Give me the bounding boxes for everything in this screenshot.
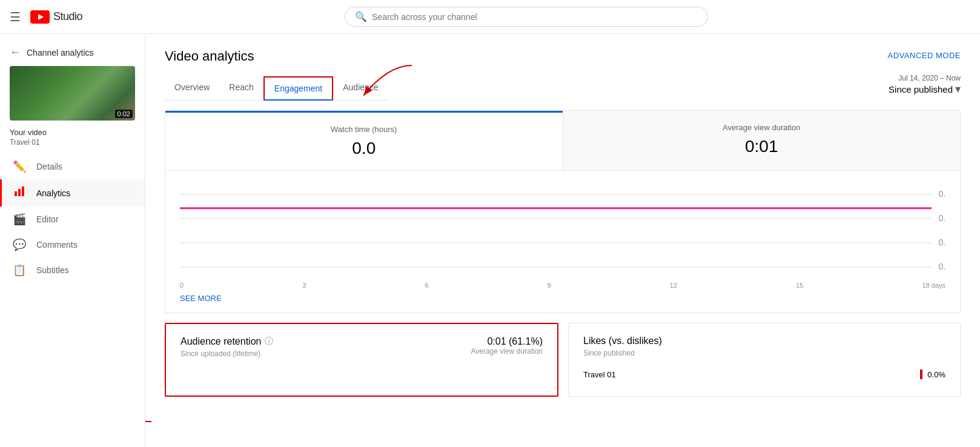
- audience-retention-header: Audience retention ⓘ Since uploaded (lif…: [180, 336, 543, 365]
- your-video-label: Your video: [0, 128, 145, 138]
- watch-time-label: Watch time (hours): [180, 125, 548, 134]
- channel-analytics-header: ← Channel analytics: [0, 39, 145, 66]
- chart-x-labels: 0 3 6 9 12 15 18 days: [180, 279, 945, 289]
- svg-rect-4: [22, 187, 24, 196]
- dropdown-arrow-icon: ▾: [955, 82, 961, 96]
- sidebar-item-details-label: Details: [36, 162, 62, 171]
- search-input[interactable]: [372, 12, 698, 22]
- audience-retention-value-block: 0:01 (61.1%) Average view duration: [471, 336, 543, 356]
- tab-engagement[interactable]: Engagement: [263, 76, 333, 101]
- date-range-select[interactable]: Since published ▾: [889, 82, 961, 96]
- bottom-cards: Audience retention ⓘ Since uploaded (lif…: [165, 323, 961, 397]
- watch-time-value: 0.0: [180, 139, 548, 158]
- likes-video-name: Travel 01: [583, 370, 616, 379]
- search-icon: 🔍: [355, 11, 367, 22]
- likes-vs-dislikes-card: Likes (vs. dislikes) Since published Tra…: [568, 323, 961, 397]
- sidebar-item-analytics-label: Analytics: [36, 188, 70, 198]
- comments-icon: 💬: [12, 238, 27, 251]
- main-layout: ← Channel analytics 0:02 Your video Trav…: [0, 34, 980, 447]
- video-title-label: Travel 01: [0, 138, 145, 154]
- audience-retention-subtitle: Since uploaded (lifetime): [180, 349, 273, 358]
- chart-container: 0.0 0.0 0.0 0.0 0 3 6 9 12 15 18 days SE…: [165, 171, 961, 313]
- avg-view-duration-label: Average view duration: [578, 123, 946, 132]
- youtube-icon: [30, 10, 50, 24]
- x-label-12: 12: [670, 282, 677, 289]
- sidebar-item-comments-label: Comments: [36, 240, 78, 250]
- analytics-icon: [12, 185, 27, 200]
- likes-pct: 0.0%: [927, 370, 945, 379]
- metric-watch-time[interactable]: Watch time (hours) 0.0: [165, 111, 563, 170]
- analytics-tabs: Overview Reach Engagement Audience: [165, 76, 388, 101]
- date-range-selection-label: Since published: [889, 84, 953, 94]
- search-bar[interactable]: 🔍: [345, 7, 708, 27]
- sidebar-item-comments[interactable]: 💬 Comments: [0, 232, 145, 257]
- sidebar-item-editor-label: Editor: [36, 214, 59, 224]
- likes-vs-dislikes-title: Likes (vs. dislikes): [583, 336, 945, 346]
- engagement-chart: 0.0 0.0 0.0 0.0: [180, 180, 945, 277]
- metrics-cards: Watch time (hours) 0.0 Average view dura…: [165, 110, 961, 171]
- video-thumbnail[interactable]: 0:02: [10, 66, 135, 121]
- advanced-mode-button[interactable]: ADVANCED MODE: [888, 51, 961, 60]
- likes-vs-dislikes-subtitle: Since published: [583, 349, 945, 357]
- top-header: ☰ Studio 🔍: [0, 0, 980, 34]
- sidebar-item-details[interactable]: ✏️ Details: [0, 154, 145, 179]
- sidebar-item-analytics[interactable]: Analytics: [0, 179, 145, 207]
- svg-text:0.0: 0.0: [939, 262, 945, 271]
- editor-icon: 🎬: [12, 213, 27, 226]
- logo[interactable]: Studio: [30, 10, 82, 24]
- main-content: Video analytics ADVANCED MODE Overview R…: [145, 34, 980, 447]
- x-label-9: 9: [548, 282, 551, 289]
- arrow-retention: [145, 385, 157, 434]
- audience-retention-card: Audience retention ⓘ Since uploaded (lif…: [165, 323, 558, 397]
- likes-bar-container: 0.0%: [920, 369, 945, 379]
- page-title: Video analytics: [165, 48, 254, 64]
- x-label-0: 0: [180, 282, 184, 289]
- avg-view-duration-value: 0:01: [578, 137, 946, 156]
- hamburger-menu[interactable]: ☰: [10, 10, 21, 24]
- arrow-analytics: [145, 240, 157, 313]
- subtitles-icon: 📋: [12, 263, 27, 277]
- audience-retention-title: Audience retention ⓘ: [180, 336, 273, 347]
- studio-label: Studio: [53, 10, 82, 23]
- sidebar-item-subtitles[interactable]: 📋 Subtitles: [0, 257, 145, 283]
- svg-rect-3: [18, 189, 21, 196]
- audience-retention-info-icon[interactable]: ⓘ: [265, 336, 273, 347]
- svg-text:0.0: 0.0: [939, 214, 945, 223]
- sidebar-item-editor[interactable]: 🎬 Editor: [0, 207, 145, 232]
- likes-row: Travel 01 0.0%: [583, 365, 945, 384]
- likes-bar: [920, 369, 922, 379]
- svg-text:0.0: 0.0: [939, 190, 945, 199]
- tab-reach[interactable]: Reach: [219, 76, 263, 101]
- see-more-button[interactable]: SEE MORE: [180, 289, 222, 308]
- metric-avg-view-duration[interactable]: Average view duration 0:01: [563, 111, 961, 170]
- audience-retention-main-value: 0:01 (61.1%): [471, 336, 543, 347]
- date-range-container: Jul 14, 2020 – Now Since published ▾: [889, 74, 961, 101]
- sidebar: ← Channel analytics 0:02 Your video Trav…: [0, 34, 145, 447]
- x-label-15: 15: [796, 282, 803, 289]
- x-label-18: 18 days: [922, 282, 945, 289]
- x-label-6: 6: [425, 282, 428, 289]
- svg-rect-2: [15, 191, 17, 196]
- svg-text:0.0: 0.0: [939, 238, 945, 247]
- details-icon: ✏️: [12, 160, 27, 173]
- x-label-3: 3: [302, 282, 306, 289]
- video-duration-badge: 0:02: [115, 110, 133, 118]
- audience-retention-sub-value: Average view duration: [471, 347, 543, 356]
- sidebar-item-subtitles-label: Subtitles: [36, 265, 69, 275]
- tab-audience[interactable]: Audience: [333, 76, 388, 101]
- date-range-dates: Jul 14, 2020 – Now: [889, 74, 961, 82]
- channel-analytics-label: Channel analytics: [27, 48, 94, 58]
- back-arrow-icon[interactable]: ←: [10, 46, 21, 59]
- tab-overview[interactable]: Overview: [165, 76, 219, 101]
